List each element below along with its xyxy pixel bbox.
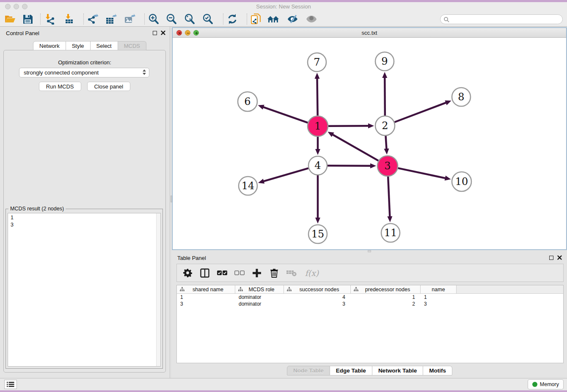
add-column-icon[interactable] bbox=[251, 268, 262, 279]
optimization-criterion-label: Optimization criterion: bbox=[4, 59, 165, 66]
import-table-icon[interactable] bbox=[63, 13, 77, 25]
zoom-out-icon[interactable] bbox=[165, 13, 178, 25]
export-network-icon[interactable] bbox=[86, 13, 99, 25]
edge-arrowhead bbox=[445, 100, 451, 105]
close-panel-button[interactable]: Close panel bbox=[87, 82, 131, 91]
float-panel-icon[interactable] bbox=[153, 31, 157, 35]
export-table-icon[interactable] bbox=[104, 13, 118, 25]
result-scrollbar[interactable] bbox=[156, 213, 160, 366]
table-row[interactable]: 1dominator411 bbox=[177, 294, 563, 301]
graph-edge[interactable] bbox=[332, 134, 378, 161]
graph-node-label: 6 bbox=[244, 96, 250, 108]
main-titlebar: Session: New Session bbox=[0, 2, 567, 11]
column-header-predecessor-nodes[interactable]: predecessor nodes bbox=[351, 285, 421, 293]
graph-node-label: 8 bbox=[458, 91, 464, 103]
table-cell: dominator bbox=[235, 301, 284, 307]
status-bar: Memory bbox=[0, 378, 567, 390]
table-row[interactable]: 3dominator323 bbox=[177, 301, 563, 307]
network-canvas[interactable]: 7968124314101511 bbox=[173, 38, 566, 249]
window-title: Session: New Session bbox=[0, 3, 567, 10]
optimization-criterion-select[interactable]: strongly connected component bbox=[19, 68, 149, 77]
tab-select[interactable]: Select bbox=[91, 41, 118, 50]
table-cell: 4 bbox=[284, 294, 351, 301]
tree-column-icon bbox=[238, 287, 243, 292]
column-header-mcds-role[interactable]: MCDS role bbox=[235, 285, 284, 293]
tab-network-table[interactable]: Network Table bbox=[372, 366, 423, 375]
tab-mcds[interactable]: MCDS bbox=[118, 41, 146, 50]
float-table-panel-icon[interactable] bbox=[549, 256, 553, 260]
network-view-frame: scc.txt 7968124314101511 bbox=[172, 28, 567, 250]
save-session-icon[interactable] bbox=[21, 13, 34, 25]
tab-motifs[interactable]: Motifs bbox=[423, 366, 452, 375]
graph-edge[interactable] bbox=[386, 136, 387, 150]
task-history-button[interactable] bbox=[4, 380, 17, 389]
graph-node-label: 1 bbox=[314, 120, 321, 132]
tree-column-icon bbox=[287, 287, 292, 292]
tab-style[interactable]: Style bbox=[66, 41, 91, 50]
column-header-name[interactable]: name bbox=[421, 285, 457, 293]
graph-node-label: 3 bbox=[384, 160, 391, 172]
graph-edge[interactable] bbox=[394, 102, 447, 122]
show-details-icon[interactable] bbox=[305, 13, 318, 25]
table-cell: 1 bbox=[351, 294, 421, 301]
network-frame-titlebar[interactable]: scc.txt bbox=[173, 28, 566, 38]
hide-details-icon[interactable] bbox=[286, 13, 299, 25]
memory-button[interactable]: Memory bbox=[528, 379, 564, 389]
delete-column-icon[interactable] bbox=[269, 268, 280, 279]
import-network-icon[interactable] bbox=[44, 13, 57, 25]
graph-node-label: 15 bbox=[311, 228, 325, 240]
table-toolbar: f(x) bbox=[176, 264, 564, 282]
search-input[interactable] bbox=[440, 14, 563, 24]
node-table-body: 1dominator4113dominator323 bbox=[177, 294, 563, 307]
toolbar-separator bbox=[83, 14, 84, 25]
split-columns-icon[interactable] bbox=[199, 268, 210, 279]
workspace: Control Panel Network Style Select MCDS … bbox=[0, 27, 567, 378]
search-icon bbox=[443, 17, 449, 22]
table-cell: dominator bbox=[235, 294, 284, 301]
list-icon bbox=[7, 381, 14, 387]
clone-network-icon[interactable] bbox=[249, 13, 263, 25]
graph-edge[interactable] bbox=[317, 77, 317, 116]
open-session-icon[interactable] bbox=[3, 13, 17, 25]
table-cell: 1 bbox=[421, 294, 457, 301]
toolbar-separator bbox=[40, 14, 41, 25]
table-panel-title: Table Panel bbox=[177, 255, 206, 261]
tab-network[interactable]: Network bbox=[33, 41, 66, 50]
tab-node-table[interactable]: Node Table bbox=[287, 366, 330, 375]
edge-arrowhead bbox=[315, 149, 320, 155]
zoom-in-icon[interactable] bbox=[147, 13, 160, 25]
delete-table-icon[interactable] bbox=[286, 268, 297, 279]
graph-node-label: 4 bbox=[314, 160, 321, 171]
graph-edge[interactable] bbox=[388, 177, 390, 218]
graph-edge[interactable] bbox=[385, 77, 385, 116]
column-header-successor-nodes[interactable]: successor nodes bbox=[284, 285, 351, 293]
tree-column-icon bbox=[354, 287, 358, 292]
graph-node-label: 2 bbox=[382, 120, 388, 132]
graph-edge[interactable] bbox=[398, 168, 446, 178]
zoom-selected-icon[interactable] bbox=[201, 13, 215, 25]
run-mcds-button[interactable]: Run MCDS bbox=[39, 82, 81, 91]
select-all-checks-icon[interactable] bbox=[217, 268, 228, 279]
graph-edge[interactable] bbox=[263, 168, 308, 182]
refresh-layout-icon[interactable] bbox=[226, 13, 239, 25]
application-window: Session: New Session bbox=[0, 2, 567, 390]
edge-arrowhead bbox=[387, 216, 392, 222]
function-builder-icon[interactable]: f(x) bbox=[303, 268, 320, 279]
home-first-neighbors-icon[interactable] bbox=[267, 13, 280, 25]
export-image-icon[interactable] bbox=[123, 13, 136, 25]
dropdown-stepper-icon bbox=[143, 69, 146, 75]
settings-gear-icon[interactable] bbox=[182, 268, 193, 279]
table-cell: 2 bbox=[351, 301, 421, 307]
header-filler bbox=[457, 285, 563, 293]
deselect-all-checks-icon[interactable] bbox=[234, 268, 245, 279]
column-header-shared-name[interactable]: shared name bbox=[177, 285, 235, 293]
tab-edge-table[interactable]: Edge Table bbox=[330, 366, 372, 375]
close-panel-icon[interactable] bbox=[161, 30, 165, 35]
zoom-fit-icon[interactable] bbox=[183, 13, 196, 25]
graph-edge[interactable] bbox=[328, 126, 369, 126]
graph-edge[interactable] bbox=[262, 107, 308, 123]
graph-node-label: 10 bbox=[455, 176, 468, 188]
close-table-panel-icon[interactable] bbox=[557, 255, 562, 260]
graph-edge[interactable] bbox=[328, 166, 372, 166]
mcds-result-text[interactable]: 1 3 bbox=[8, 213, 161, 367]
